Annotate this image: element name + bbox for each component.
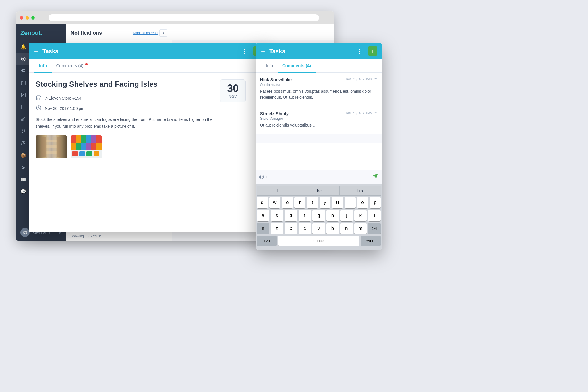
task-back-button[interactable]: ←: [33, 48, 39, 55]
svg-point-14: [22, 141, 24, 143]
key-r[interactable]: r: [294, 197, 305, 208]
products-icon: 📦: [20, 152, 26, 158]
task-mobile-add-button[interactable]: +: [368, 46, 377, 56]
notifications-footer: Showing 1 - 5 of 319: [66, 231, 172, 241]
task-location-text: 7-Eleven Store #154: [45, 96, 82, 100]
key-v[interactable]: v: [312, 223, 325, 234]
key-s[interactable]: s: [271, 210, 283, 221]
key-g[interactable]: g: [312, 210, 325, 221]
key-o[interactable]: o: [357, 197, 368, 208]
tab-comments-mobile[interactable]: Comments (4): [278, 59, 316, 72]
svg-rect-33: [57, 137, 61, 157]
task-location: 7-Eleven Store #154: [36, 95, 213, 101]
comment-author: Nick Snowflake: [260, 77, 292, 82]
task-image-aisle[interactable]: [36, 135, 67, 158]
svg-rect-34: [46, 140, 57, 142]
key-b[interactable]: b: [326, 223, 339, 234]
svg-rect-32: [53, 137, 56, 157]
key-l[interactable]: l: [368, 210, 381, 221]
key-return[interactable]: return: [361, 236, 381, 246]
notifications-header: Notifications Mark all as read ▼: [66, 24, 172, 40]
key-u[interactable]: u: [332, 197, 343, 208]
key-numbers[interactable]: 123: [257, 236, 277, 246]
brandhub-icon: 🏷: [20, 68, 26, 74]
add-photo-button[interactable]: Add Photo: [36, 232, 260, 232]
keyboard-suggestion-the[interactable]: the: [298, 186, 339, 195]
tab-info[interactable]: Info: [34, 59, 52, 72]
keyboard-suggestion-I[interactable]: I: [257, 186, 298, 195]
comment-time: Dec 21, 2017 1:38 PM: [346, 111, 377, 115]
comment-divider: [260, 106, 377, 106]
task-date-number: 30: [224, 83, 242, 94]
browser-addressbar[interactable]: [49, 14, 319, 21]
clock-icon: [36, 105, 42, 112]
svg-rect-48: [91, 143, 96, 150]
comment-text: Ut aut reiciendis voluptatibus...: [260, 122, 377, 128]
key-i[interactable]: i: [345, 197, 356, 208]
comment-header: Nick Snowflake Dec 21, 2017 1:38 PM: [260, 77, 377, 82]
key-e[interactable]: e: [282, 197, 293, 208]
svg-rect-10: [22, 119, 22, 121]
tab-info-mobile[interactable]: Info: [261, 59, 278, 72]
key-t[interactable]: t: [307, 197, 318, 208]
task-modal-header-mobile: ← Tasks ⋮ +: [256, 43, 382, 59]
key-c[interactable]: c: [299, 223, 311, 234]
key-z[interactable]: z: [271, 223, 283, 234]
task-date-month: NOV: [224, 95, 242, 99]
task-images: [36, 135, 213, 158]
comment-item: Nick Snowflake Dec 21, 2017 1:38 PM Admi…: [260, 77, 377, 100]
key-n[interactable]: n: [340, 223, 353, 234]
key-x[interactable]: x: [285, 223, 297, 234]
key-k[interactable]: k: [354, 210, 367, 221]
task-info-section: Stocking Shelves and Facing Isles 7-Elev…: [36, 79, 213, 225]
browser-minimize-btn[interactable]: [26, 16, 29, 20]
task-image-snacks[interactable]: [71, 135, 102, 158]
key-f[interactable]: f: [299, 210, 311, 221]
task-modal-mobile: ← Tasks ⋮ + Info Comments (4) Nick Snowf…: [256, 43, 382, 250]
key-m[interactable]: m: [354, 223, 367, 234]
svg-rect-46: [81, 143, 86, 150]
svg-point-13: [23, 130, 24, 131]
keyboard-suggestion-Im[interactable]: I'm: [340, 186, 381, 195]
key-h[interactable]: h: [326, 210, 339, 221]
tab-comments-web[interactable]: Comments (4): [52, 59, 92, 72]
key-p[interactable]: p: [370, 197, 381, 208]
key-backspace[interactable]: ⌫: [368, 223, 381, 234]
svg-rect-54: [94, 151, 99, 156]
comment-input-bg: [256, 134, 382, 143]
key-a[interactable]: a: [257, 210, 269, 221]
key-j[interactable]: j: [340, 210, 353, 221]
svg-point-1: [22, 58, 24, 60]
key-space[interactable]: space: [278, 236, 359, 246]
task-mobile-more-button[interactable]: ⋮: [357, 48, 362, 55]
task-name: Stocking Shelves and Facing Isles: [36, 79, 213, 89]
mark-all-read-link[interactable]: Mark all as read: [133, 31, 158, 35]
svg-rect-36: [46, 151, 57, 154]
browser-fullscreen-btn[interactable]: [31, 16, 35, 20]
browser-close-btn[interactable]: [20, 16, 23, 20]
keyboard-row-4: 123 space return: [257, 236, 381, 246]
key-d[interactable]: d: [285, 210, 297, 221]
svg-rect-42: [91, 135, 96, 143]
key-w[interactable]: w: [269, 197, 281, 208]
mobile-keyboard: I the I'm q w e r t y u i o p a s d f g …: [256, 184, 382, 250]
key-q[interactable]: q: [257, 197, 268, 208]
svg-rect-47: [86, 143, 91, 150]
svg-rect-38: [71, 135, 76, 143]
comments-badge: [85, 63, 88, 65]
notifications-filter-dropdown[interactable]: ▼: [159, 29, 167, 37]
task-modal-title-web: Tasks: [42, 48, 238, 55]
aisle-image-svg: [36, 135, 67, 158]
task-datetime: Nov 30, 2017 1:00 pm: [36, 105, 213, 112]
at-mention-button[interactable]: @: [259, 174, 264, 180]
comment-item: Streetz Shiply Dec 21, 2017 1:38 PM Stor…: [260, 111, 377, 128]
comment-role: Administrator: [260, 83, 377, 87]
task-mobile-back-button[interactable]: ←: [260, 48, 266, 55]
key-shift[interactable]: ⇧: [257, 223, 269, 234]
key-y[interactable]: y: [320, 197, 331, 208]
reply-input[interactable]: [266, 174, 370, 179]
comment-role: Store Manager: [260, 117, 377, 121]
send-reply-button[interactable]: [372, 173, 378, 181]
task-date-badge: 30 NOV: [220, 79, 246, 102]
task-more-menu-button[interactable]: ⋮: [242, 48, 247, 55]
